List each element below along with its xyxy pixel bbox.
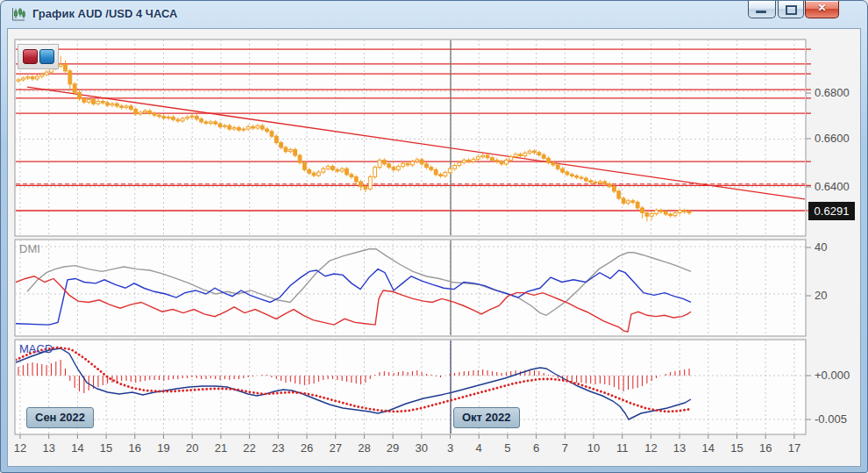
chart-canvas[interactable] xyxy=(1,1,868,473)
macd-panel xyxy=(15,340,806,434)
main-panel xyxy=(15,39,806,236)
app-window: График AUD /USD 4 ЧАСА ✕ DMI MACD Сен 20… xyxy=(0,0,868,473)
blue-tool-button[interactable] xyxy=(39,49,54,64)
red-tool-button[interactable] xyxy=(23,49,38,64)
dmi-panel xyxy=(15,240,806,336)
chart-mini-toolbar xyxy=(18,44,59,69)
